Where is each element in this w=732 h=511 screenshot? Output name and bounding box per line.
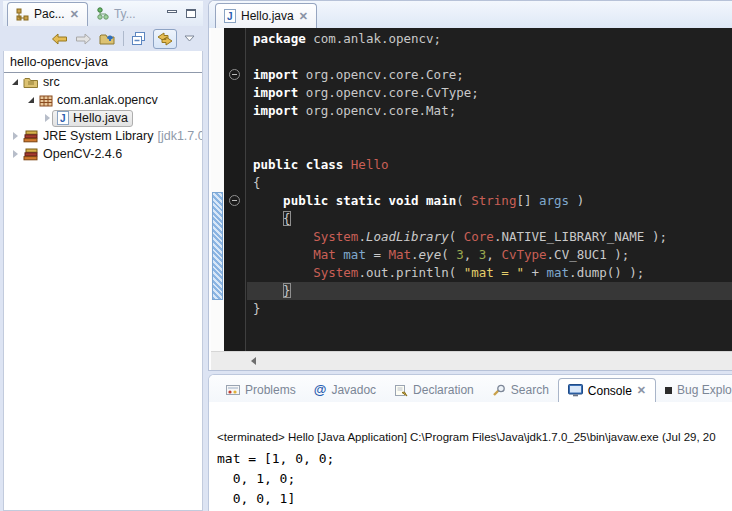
up-button[interactable] bbox=[99, 32, 116, 45]
tree-item-label: src bbox=[43, 75, 60, 89]
tab-package-explorer[interactable]: Pac... ✕ bbox=[7, 2, 88, 26]
code-segment: ( bbox=[449, 229, 464, 244]
problems-icon bbox=[226, 384, 240, 396]
vertical-ruler[interactable] bbox=[211, 28, 224, 351]
tree-item-jre-system-library[interactable]: JRE System Library[jdk1.7.0 bbox=[4, 127, 202, 145]
code-segment: ) bbox=[569, 193, 584, 208]
tab-javadoc[interactable]: @Javadoc bbox=[305, 378, 385, 402]
tab-declaration[interactable]: Declaration bbox=[385, 378, 483, 402]
editor-horizontal-scrollbar[interactable] bbox=[211, 351, 732, 370]
tab-problems[interactable]: Problems bbox=[217, 378, 305, 402]
code-segment: mat bbox=[343, 247, 366, 262]
code-text[interactable]: package com.anlak.opencv;import org.open… bbox=[247, 28, 732, 351]
code-segment: eye bbox=[419, 247, 442, 262]
editor-tabrow: J Hello.java ✕ bbox=[209, 1, 732, 28]
tab-label: Hello.java bbox=[241, 9, 294, 23]
package-explorer-icon bbox=[16, 8, 29, 21]
code-segment: . bbox=[411, 247, 419, 262]
code-segment: .NATIVE_LIBRARY_NAME ); bbox=[494, 229, 667, 244]
back-button[interactable] bbox=[51, 33, 68, 45]
expanded-arrow-icon[interactable] bbox=[10, 79, 20, 85]
code-segment: System bbox=[313, 265, 358, 280]
tab-bug-explorer[interactable]: Bug Explorer bbox=[656, 378, 732, 402]
close-icon[interactable]: ✕ bbox=[637, 385, 646, 396]
fold-collapse-icon[interactable] bbox=[229, 69, 240, 80]
close-icon[interactable]: ✕ bbox=[70, 9, 79, 20]
code-segment: com.anlak.opencv; bbox=[306, 31, 441, 46]
code-segment: Hello bbox=[351, 157, 389, 172]
code-segment: import bbox=[253, 103, 298, 118]
code-line-7[interactable] bbox=[247, 138, 732, 156]
tab-label: Javadoc bbox=[331, 383, 376, 397]
scroll-left-arrow-icon[interactable] bbox=[251, 357, 256, 365]
package-icon bbox=[39, 94, 53, 107]
close-icon[interactable]: ✕ bbox=[299, 11, 308, 22]
view-menu-button[interactable] bbox=[184, 35, 195, 42]
code-line-8[interactable]: public class Hello bbox=[247, 156, 732, 174]
tab-label: Declaration bbox=[413, 383, 474, 397]
code-segment: package bbox=[253, 31, 306, 46]
console-icon bbox=[568, 384, 583, 397]
fold-collapse-icon[interactable] bbox=[229, 195, 240, 206]
tab-label: Console bbox=[588, 384, 632, 398]
code-line-3[interactable]: import org.opencv.core.Core; bbox=[247, 66, 732, 84]
code-segment: Mat bbox=[388, 247, 411, 262]
tree-item-label: com.anlak.opencv bbox=[57, 93, 158, 107]
code-line-4[interactable]: import org.opencv.core.CvType; bbox=[247, 84, 732, 102]
tree-item-decorator: [jdk1.7.0 bbox=[157, 129, 203, 143]
code-segment: .out.println( bbox=[358, 265, 463, 280]
tree-item-label: JRE System Library bbox=[43, 129, 153, 143]
code-line-5[interactable]: import org.opencv.core.Mat; bbox=[247, 102, 732, 120]
code-segment: 3 bbox=[456, 247, 464, 262]
code-segment: .dump() ); bbox=[569, 265, 644, 280]
code-segment: . bbox=[358, 229, 366, 244]
project-root-label[interactable]: hello-opencv-java bbox=[4, 51, 202, 73]
code-line-2[interactable] bbox=[247, 48, 732, 66]
minimize-button[interactable] bbox=[167, 9, 178, 19]
code-segment: .CV_8UC1 ); bbox=[547, 247, 630, 262]
code-line-1[interactable]: package com.anlak.opencv; bbox=[247, 30, 732, 48]
code-line-12[interactable]: System.LoadLibrary( Core.NATIVE_LIBRARY_… bbox=[247, 228, 732, 246]
code-segment: mat bbox=[547, 265, 570, 280]
code-line-11[interactable]: { bbox=[247, 210, 732, 228]
code-segment bbox=[253, 193, 283, 208]
code-segment: public class bbox=[253, 157, 351, 172]
code-line-9[interactable]: { bbox=[247, 174, 732, 192]
tab-console[interactable]: Console✕ bbox=[558, 378, 656, 402]
console-output[interactable]: mat = [1, 0, 0; 0, 1, 0; 0, 0, 1] bbox=[217, 449, 334, 509]
code-segment: = bbox=[366, 247, 389, 262]
code-line-13[interactable]: Mat mat = Mat.eye( 3, 3, CvType.CV_8UC1 … bbox=[247, 246, 732, 264]
code-segment: org.opencv.core.Core; bbox=[298, 67, 464, 82]
code-segment bbox=[253, 247, 313, 262]
code-line-15[interactable]: } bbox=[247, 282, 732, 300]
code-line-16[interactable]: } bbox=[247, 300, 732, 318]
tree-item-opencv-2-4-6[interactable]: OpenCV-2.4.6 bbox=[4, 145, 202, 163]
fold-gutter[interactable] bbox=[224, 28, 246, 351]
tree-item-src[interactable]: src bbox=[4, 73, 202, 91]
collapse-all-button[interactable] bbox=[131, 31, 146, 46]
editor-area: J Hello.java ✕ package com.anlak.opencv;… bbox=[208, 0, 732, 371]
collapsed-arrow-icon[interactable] bbox=[10, 132, 20, 140]
code-line-6[interactable] bbox=[247, 120, 732, 138]
link-with-editor-button[interactable] bbox=[153, 29, 177, 49]
forward-button[interactable] bbox=[75, 33, 92, 45]
code-line-10[interactable]: public static void main( String[] args ) bbox=[247, 192, 732, 210]
tab-search[interactable]: Search bbox=[483, 378, 558, 402]
tab-hello-java[interactable]: J Hello.java ✕ bbox=[215, 3, 317, 28]
expanded-arrow-icon[interactable] bbox=[26, 97, 36, 103]
code-editor[interactable]: package com.anlak.opencv;import org.open… bbox=[211, 28, 732, 351]
code-segment: + bbox=[524, 265, 547, 280]
tree-item-com-anlak-opencv[interactable]: com.anlak.opencv bbox=[4, 91, 202, 109]
svg-text:J: J bbox=[227, 11, 233, 22]
tree-item-hello-java[interactable]: JHello.java bbox=[4, 109, 202, 127]
code-segment: import bbox=[253, 67, 298, 82]
code-segment: { bbox=[253, 175, 261, 190]
code-line-14[interactable]: System.out.println( "mat = " + mat.dump(… bbox=[247, 264, 732, 282]
maximize-button[interactable] bbox=[186, 9, 197, 19]
code-segment: org.opencv.core.CvType; bbox=[298, 85, 479, 100]
tab-type-hierarchy[interactable]: Ty... bbox=[88, 2, 144, 26]
code-segment: String bbox=[471, 193, 516, 208]
collapsed-arrow-icon[interactable] bbox=[42, 114, 52, 122]
collapsed-arrow-icon[interactable] bbox=[10, 150, 20, 158]
tab-label: Ty... bbox=[114, 7, 136, 21]
